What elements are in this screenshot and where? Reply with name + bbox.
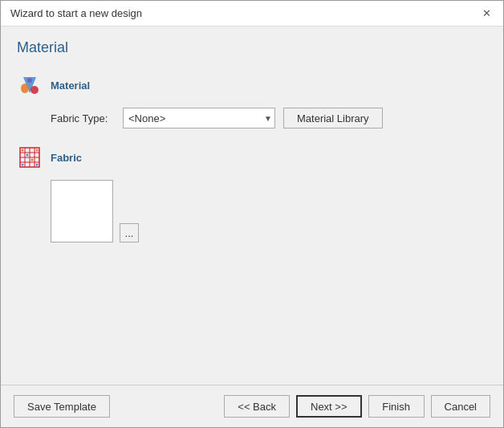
fabric-type-select-wrapper: <None> ▼ [123, 108, 275, 128]
save-template-button[interactable]: Save Template [14, 395, 110, 418]
page-title: Material [17, 39, 487, 56]
close-icon: ✕ [482, 7, 491, 19]
fabric-browse-button[interactable]: ... [120, 223, 139, 243]
fabric-preview-box [51, 180, 113, 243]
svg-point-12 [26, 154, 29, 157]
material-section: Material Fabric Type: <None> ▼ Material … [17, 72, 487, 128]
dialog-footer: Save Template << Back Next >> Finish Can… [1, 385, 503, 427]
dialog-title: Wizard to start a new design [10, 7, 142, 19]
fabric-section-title: Fabric [51, 152, 82, 164]
fabric-section: Fabric ... [17, 145, 487, 243]
finish-button[interactable]: Finish [368, 395, 425, 418]
svg-point-15 [22, 164, 24, 166]
title-bar: Wizard to start a new design ✕ [1, 1, 503, 26]
cancel-button[interactable]: Cancel [431, 395, 490, 418]
svg-point-3 [27, 78, 32, 83]
svg-point-16 [36, 149, 39, 152]
material-section-title: Material [51, 79, 90, 92]
svg-point-13 [31, 159, 34, 161]
svg-point-2 [30, 86, 39, 94]
material-section-header: Material [17, 72, 487, 98]
dialog-window: Wizard to start a new design ✕ Material [0, 0, 504, 428]
material-library-button[interactable]: Material Library [283, 108, 383, 128]
fabric-type-select[interactable]: <None> [123, 108, 275, 128]
fabric-icon [17, 145, 43, 170]
next-button[interactable]: Next >> [296, 395, 362, 418]
fabric-preview-area: ... [51, 180, 487, 243]
fabric-section-header: Fabric [17, 145, 487, 170]
fabric-type-row: Fabric Type: <None> ▼ Material Library [51, 108, 487, 128]
dialog-body: Material Material Fabric Type [1, 26, 503, 385]
svg-point-14 [36, 164, 39, 166]
footer-left: Save Template [14, 395, 217, 418]
back-button[interactable]: << Back [224, 395, 290, 418]
close-button[interactable]: ✕ [479, 6, 494, 21]
svg-point-11 [22, 149, 24, 152]
material-icon [17, 72, 43, 98]
footer-right: << Back Next >> Finish Cancel [224, 395, 490, 418]
svg-point-1 [21, 84, 29, 93]
fabric-type-label: Fabric Type: [51, 112, 115, 124]
